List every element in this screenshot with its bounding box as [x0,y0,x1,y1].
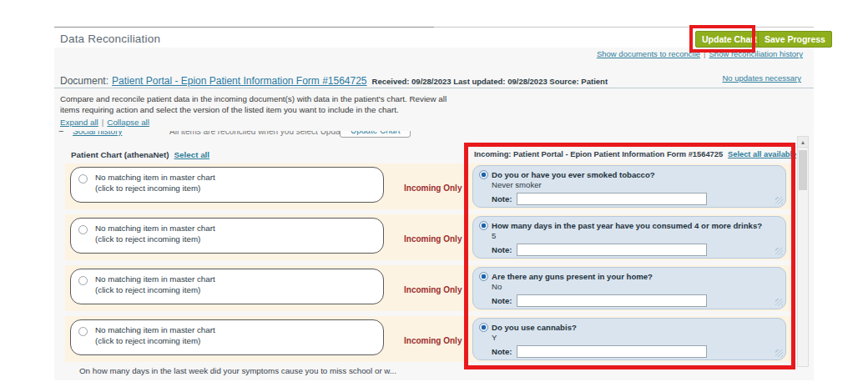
save-progress-button[interactable]: Save Progress [758,31,832,48]
select-all-available-link[interactable]: Select all available [728,150,796,158]
instructions-text: Compare and reconcile patient data in th… [60,93,447,115]
incoming-header-title: Incoming: Patient Portal - Epion Patient… [474,150,723,158]
radio-unselected-icon[interactable] [78,225,88,234]
scrollbar-up-arrow-icon[interactable]: ▲ [798,137,808,148]
note-input[interactable] [517,294,707,307]
note-input[interactable] [517,345,707,358]
radio-unselected-icon[interactable] [78,327,88,336]
incoming-item-option[interactable]: How many days in the past year have you … [472,216,786,259]
incoming-answer: 5 [492,231,496,240]
note-row: Note: [492,293,707,308]
show-documents-link[interactable]: Show documents to reconcile [597,49,700,58]
link-separator: | [700,49,709,58]
row-status-badge: Incoming Only [404,285,462,294]
collapse-all-link[interactable]: Collapse all [107,118,149,127]
no-match-line1: No matching item in master chart [95,173,215,182]
section-divider [54,88,814,88]
patient-chart-column-header: Patient Chart (athenaNet)Select all [71,150,209,159]
section-update-chart-button[interactable]: Update Chart [340,131,411,138]
next-item-truncated: On how many days in the last week did yo… [79,366,396,375]
incoming-item-option[interactable]: Do you or have you ever smoked tobacco? … [472,165,786,208]
row-status-badge: Incoming Only [404,183,462,193]
chart-no-match-option[interactable]: No matching item in master chart (click … [70,319,384,355]
incoming-item-option[interactable]: Are there any guns present in your home?… [472,267,786,309]
document-bar: Document:Patient Portal - Epion Patient … [60,73,608,88]
select-all-link[interactable]: Select all [174,150,209,159]
section-header-clipped: − Social history All items are reconcile… [54,131,795,141]
section-title-link[interactable]: Social history [73,131,122,136]
chart-no-match-option[interactable]: No matching item in master chart (click … [70,218,384,254]
scrollbar-thumb[interactable] [799,150,807,190]
link-separator: | [98,118,108,127]
top-divider [54,27,434,28]
note-label: Note: [492,245,512,254]
document-label: Document: [60,75,108,87]
data-reconciliation-screen: Data Reconciliation Update Chart Save Pr… [0,0,868,392]
row-status-badge: Incoming Only [404,336,462,345]
radio-selected-icon[interactable] [479,221,488,230]
radio-unselected-icon[interactable] [78,276,88,285]
resize-grip-icon [775,248,783,255]
note-label: Note: [492,347,512,356]
incoming-item-option[interactable]: Do you use cannabis? Y Note: [472,318,786,360]
radio-selected-icon[interactable] [479,170,488,179]
reconciliation-row: No matching item in master chart (click … [65,214,793,260]
incoming-question: Do you use cannabis? [492,323,577,332]
no-match-line1: No matching item in master chart [95,224,215,233]
header-links: Show documents to reconcile|Show reconci… [597,49,803,58]
top-divider-light [434,27,814,28]
instructions-line1: Compare and reconcile patient data in th… [60,93,447,104]
collapse-icon[interactable]: − [58,131,63,136]
chart-no-match-option[interactable]: No matching item in master chart (click … [70,167,384,203]
reconciliation-row: No matching item in master chart (click … [65,316,793,362]
note-row: Note: [492,191,707,206]
incoming-answer: Never smoker [492,180,542,189]
expand-collapse-links: Expand all|Collapse all [60,118,149,127]
incoming-answer: Y [492,333,497,342]
page-title: Data Reconciliation [60,33,160,45]
resize-grip-icon [775,349,783,357]
note-input[interactable] [517,193,707,205]
note-input[interactable] [517,244,707,256]
note-row: Note: [492,344,707,359]
show-history-link[interactable]: Show reconciliation history [709,49,803,58]
no-match-line2: (click to reject incoming item) [95,336,200,345]
note-row: Note: [492,242,707,257]
radio-selected-icon[interactable] [479,272,488,281]
section-header-row: − Social history All items are reconcile… [54,131,795,141]
reconciliation-row: No matching item in master chart (click … [65,265,793,311]
resize-grip-icon [775,299,783,306]
incoming-question: Are there any guns present in your home? [492,272,653,281]
row-status-badge: Incoming Only [404,234,462,244]
no-match-line2: (click to reject incoming item) [95,234,200,244]
document-link[interactable]: Patient Portal - Epion Patient Informati… [112,75,367,87]
patient-chart-header-title: Patient Chart (athenaNet) [71,150,169,159]
no-updates-link[interactable]: No updates necessary [722,73,801,83]
radio-selected-icon[interactable] [479,323,488,332]
no-match-line2: (click to reject incoming item) [95,183,200,193]
incoming-question: Do you or have you ever smoked tobacco? [492,170,655,179]
resize-grip-icon [775,197,783,204]
document-meta: Received: 09/28/2023 Last updated: 09/28… [372,77,608,86]
incoming-column-header: Incoming: Patient Portal - Epion Patient… [474,150,796,158]
no-match-line2: (click to reject incoming item) [95,285,200,294]
chart-no-match-option[interactable]: No matching item in master chart (click … [70,269,384,304]
update-chart-button[interactable]: Update Chart [695,31,764,48]
reconciliation-row: No matching item in master chart (click … [65,163,793,209]
note-label: Note: [492,194,512,204]
no-match-line1: No matching item in master chart [95,325,215,334]
note-label: Note: [492,296,512,305]
expand-all-link[interactable]: Expand all [60,118,98,127]
incoming-question: How many days in the past year have you … [492,221,762,230]
no-match-line1: No matching item in master chart [95,274,215,284]
incoming-answer: No [492,282,502,291]
instructions-line2: items requiring action and select the ve… [60,104,447,115]
vertical-scrollbar[interactable]: ▲ [797,136,809,367]
radio-unselected-icon[interactable] [78,174,88,183]
